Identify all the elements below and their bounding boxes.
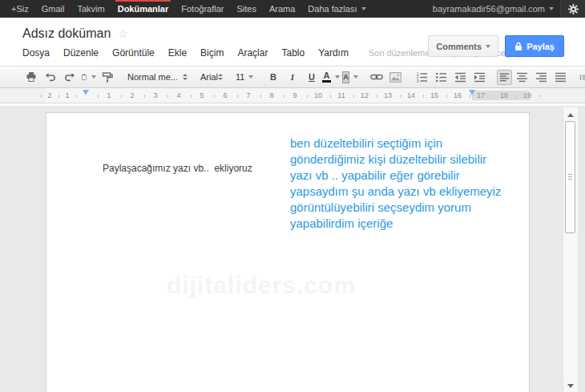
line-spacing-icon [579, 72, 585, 83]
ruler-tick [539, 95, 540, 98]
text-color-button[interactable]: A [321, 69, 340, 85]
settings-button[interactable] [561, 0, 585, 18]
insert-link-button[interactable] [367, 69, 385, 85]
ruler-tick [167, 95, 168, 98]
chevron-down-icon [248, 75, 253, 79]
topbar-item-daha-fazlas-[interactable]: Daha fazlası [301, 0, 372, 18]
redo-button[interactable] [60, 69, 79, 85]
line-spacing-button[interactable] [578, 69, 585, 85]
document-page[interactable]: dijitaliders.com Paylaşacağımız yazı vb.… [46, 112, 530, 392]
bold-button[interactable]: B [264, 69, 282, 85]
ruler-tick [76, 95, 77, 98]
chevron-down-icon [91, 75, 96, 79]
scroll-up-button[interactable] [563, 109, 578, 120]
ruler-tick [98, 95, 99, 98]
ruler-number: 2 [130, 91, 134, 99]
ruler-tick [41, 95, 42, 98]
star-icon[interactable]: ☆ [118, 28, 128, 39]
font-value: Arial [200, 72, 218, 82]
align-right-icon [535, 72, 547, 83]
topbar-item-foto-raflar[interactable]: Fotoğraflar [175, 0, 230, 18]
chevron-down-icon [486, 45, 490, 48]
highlight-color-button[interactable]: A [341, 69, 359, 85]
numbered-list-icon: 123 [416, 72, 428, 83]
comment-text-line: yapabilirdim içeriğe [290, 216, 501, 232]
align-right-button[interactable] [532, 69, 551, 85]
topbar-item--siz[interactable]: +Siz [5, 0, 35, 18]
underline-button[interactable]: U [302, 69, 321, 85]
google-topbar: +SizGmailTakvimDokümanlarFotoğraflarSite… [0, 0, 585, 18]
comment-text-line: görüntülüyebiliri seçseydim yorum [290, 200, 501, 216]
left-indent-marker[interactable] [83, 90, 89, 95]
menu-yard-m[interactable]: Yardım [318, 47, 349, 59]
ruler-number: 6 [223, 91, 227, 99]
gear-icon [567, 3, 579, 15]
paste-button[interactable] [79, 69, 98, 85]
topbar-item-arama[interactable]: Arama [263, 0, 301, 18]
menu-ekle[interactable]: Ekle [168, 47, 187, 59]
ruler-number: 11 [337, 91, 345, 99]
text-color-icon: A [322, 72, 331, 83]
ruler-tick [470, 95, 470, 98]
comment-text-line: yapsaydım şu anda yazı vb ekliyemeyiz [290, 184, 501, 200]
scrollbar-thumb[interactable] [565, 121, 575, 233]
comment-text-line: gönderdiğimiz kişi düzeltebilir silebili… [290, 152, 501, 168]
updown-icon [183, 74, 188, 80]
vertical-scrollbar[interactable] [563, 107, 578, 392]
paint-format-button[interactable] [99, 69, 117, 85]
topbar-item-dok-manlar[interactable]: Dokümanlar [111, 0, 176, 18]
align-justify-button[interactable] [551, 69, 570, 85]
italic-button[interactable]: I [283, 69, 301, 85]
ruler-number: 17 [477, 91, 485, 99]
menu-bi-im[interactable]: Biçim [200, 47, 224, 59]
ruler-number: 1 [65, 91, 69, 99]
topbar-item-gmail[interactable]: Gmail [35, 0, 71, 18]
account-menu[interactable]: bayramakadir56@gmail.com [426, 4, 560, 14]
numbered-list-button[interactable]: 123 [413, 69, 431, 85]
comments-button[interactable]: Comments [428, 35, 498, 57]
font-dropdown[interactable]: Arial [198, 69, 225, 85]
insert-image-button[interactable] [386, 69, 405, 85]
topbar-right: bayramakadir56@gmail.com [426, 0, 585, 18]
ruler-tick [353, 95, 354, 98]
topbar-item-sites[interactable]: Sites [230, 0, 262, 18]
ruler-number: 7 [246, 91, 250, 99]
bullet-list-button[interactable] [432, 69, 450, 85]
align-left-button[interactable] [497, 70, 512, 85]
menu-d-zenle[interactable]: Düzenle [63, 47, 99, 59]
ruler-number: 13 [384, 91, 392, 99]
share-button[interactable]: Paylaş [505, 35, 564, 57]
paragraph-style-dropdown[interactable]: Normal me... [125, 69, 190, 85]
style-value: Normal me... [127, 72, 177, 82]
decrease-indent-button[interactable] [451, 69, 470, 85]
align-left-icon [499, 72, 510, 83]
scroll-down-button[interactable] [563, 380, 578, 391]
print-button[interactable] [22, 69, 40, 85]
menu-ara-lar[interactable]: Araçlar [237, 47, 268, 59]
font-size-dropdown[interactable]: 11 [233, 69, 256, 85]
ruler-number: 19 [523, 91, 531, 99]
document-title[interactable]: Adsız doküman [22, 26, 111, 41]
clipboard-icon [81, 71, 87, 83]
lock-icon [514, 42, 522, 51]
undo-icon [45, 71, 56, 83]
ruler-tick [516, 95, 517, 98]
align-center-button[interactable] [513, 69, 531, 85]
chevron-down-icon [353, 75, 358, 79]
chevron-down-icon [361, 7, 366, 10]
increase-indent-button[interactable] [470, 69, 489, 85]
menu-tablo[interactable]: Tablo [281, 47, 305, 59]
topbar-item-takvim[interactable]: Takvim [71, 0, 111, 18]
comment-text-block: ben düzeltebiliri seçtiğim içingönderdiğ… [290, 135, 501, 232]
ruler-tick [191, 95, 192, 98]
menu-dosya[interactable]: Dosya [22, 47, 50, 59]
ruler-tick [284, 95, 284, 98]
ruler-tick [423, 95, 424, 98]
ruler-number: 12 [361, 91, 369, 99]
undo-button[interactable] [41, 69, 59, 85]
link-icon [370, 72, 383, 82]
menubar: DosyaDüzenleGörüntüleEkleBiçimAraçlarTab… [22, 47, 362, 59]
svg-text:3: 3 [417, 78, 419, 82]
menu-g-r-nt-le[interactable]: Görüntüle [112, 47, 155, 59]
share-label: Paylaş [526, 42, 555, 51]
